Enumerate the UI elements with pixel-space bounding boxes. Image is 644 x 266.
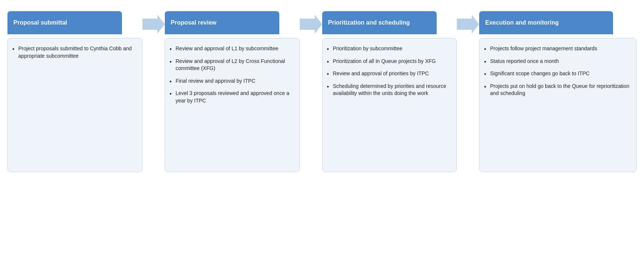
step-body-proposal-submittal: Project proposals submitted to Cynthia C… (7, 38, 142, 172)
step-proposal-submittal: Proposal submittalProject proposals subm… (7, 11, 142, 172)
step-body-prioritization-scheduling: Prioritization by subcommitteePrioritiza… (322, 38, 457, 172)
step-execution-monitoring: Execution and monitoringProjects follow … (479, 11, 637, 172)
list-item: Status reported once a month (483, 58, 630, 65)
step-wrapper-prioritization-scheduling: Prioritization and schedulingPrioritizat… (322, 11, 480, 172)
list-item: Projects follow project management stand… (483, 45, 630, 53)
flow-container: Proposal submittalProject proposals subm… (7, 11, 637, 172)
step-header-prioritization-scheduling: Prioritization and scheduling (322, 11, 437, 34)
arrow-icon (142, 11, 165, 34)
svg-marker-2 (457, 15, 479, 34)
svg-marker-1 (300, 15, 322, 34)
step-body-proposal-review: Review and approval of L1 by subcommitte… (165, 38, 300, 172)
svg-marker-0 (142, 15, 165, 34)
list-item: Prioritization by subcommittee (326, 45, 451, 53)
step-wrapper-proposal-review: Proposal reviewReview and approval of L1… (165, 11, 322, 172)
list-item: Significant scope changes go back to ITP… (483, 70, 630, 77)
list-item: Review and approval of L1 by subcommitte… (169, 45, 293, 53)
list-item: Level 3 proposals reviewed and approved … (169, 90, 293, 104)
arrow-icon (300, 11, 322, 34)
list-item: Review and approval of priorities by ITP… (326, 70, 451, 77)
step-proposal-review: Proposal reviewReview and approval of L1… (165, 11, 300, 172)
step-body-execution-monitoring: Projects follow project management stand… (479, 38, 637, 172)
step-prioritization-scheduling: Prioritization and schedulingPrioritizat… (322, 11, 457, 172)
list-item: Final review and approval by ITPC (169, 77, 293, 85)
list-item: Review and approval of L2 by Cross Funct… (169, 58, 293, 72)
step-wrapper-proposal-submittal: Proposal submittalProject proposals subm… (7, 11, 165, 172)
step-header-proposal-review: Proposal review (165, 11, 279, 34)
step-header-execution-monitoring: Execution and monitoring (479, 11, 613, 34)
arrow-icon (457, 11, 479, 34)
list-item: Project proposals submitted to Cynthia C… (12, 45, 136, 60)
list-item: Scheduling determined by priorities and … (326, 83, 451, 97)
list-item: Projects put on hold go back to the Queu… (483, 83, 630, 97)
step-header-proposal-submittal: Proposal submittal (7, 11, 122, 34)
step-wrapper-execution-monitoring: Execution and monitoringProjects follow … (479, 11, 637, 172)
list-item: Prioritization of all In Queue projects … (326, 58, 451, 65)
